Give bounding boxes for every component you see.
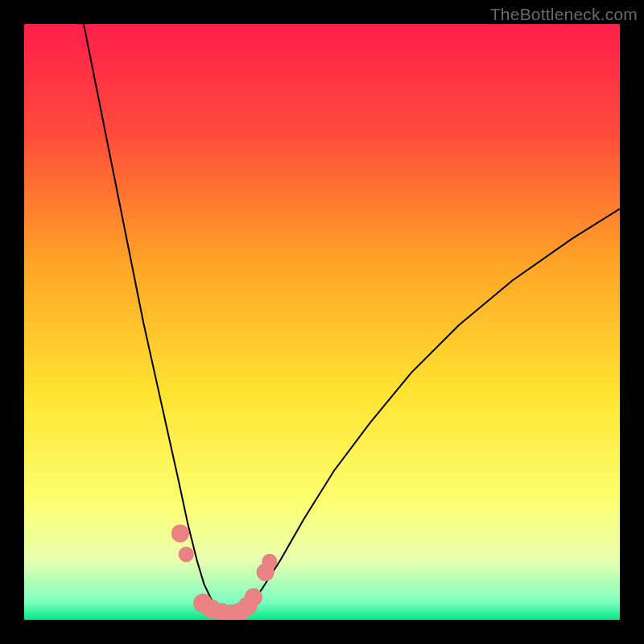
data-marker — [262, 554, 277, 569]
series-left-branch — [84, 24, 227, 615]
series-right-branch — [238, 208, 620, 615]
data-marker — [245, 588, 262, 606]
chart-frame: TheBottleneck.com — [0, 0, 644, 644]
data-marker — [179, 547, 194, 562]
data-marker — [171, 525, 189, 543]
watermark-label: TheBottleneck.com — [490, 5, 638, 24]
curve-layer — [24, 24, 620, 620]
plot-area — [24, 24, 620, 620]
